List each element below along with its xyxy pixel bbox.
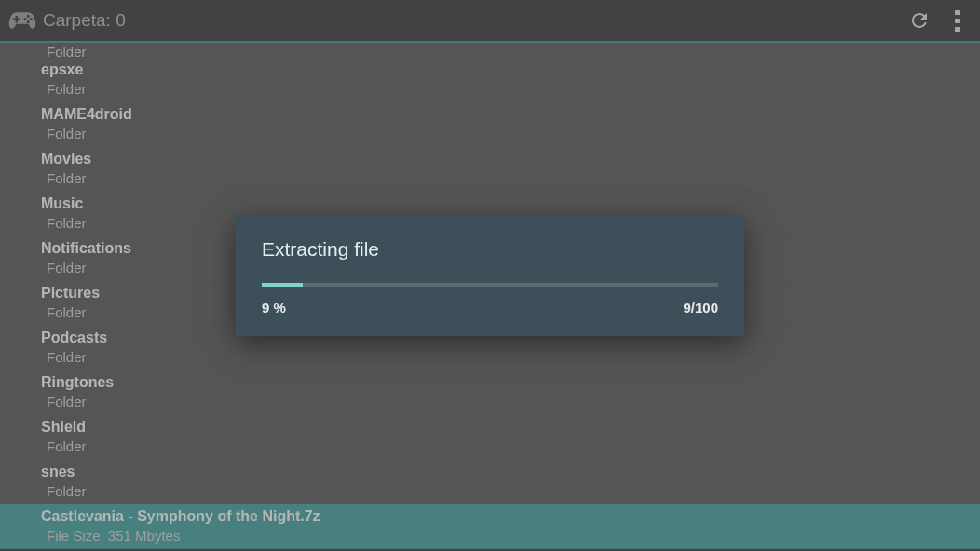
progress-dialog: Extracting file 9 % 9/100 — [236, 216, 744, 336]
progress-percent-label: 9 % — [262, 300, 286, 316]
progress-bar — [262, 283, 718, 287]
dialog-title: Extracting file — [262, 238, 718, 261]
progress-fill — [262, 283, 303, 287]
progress-count-label: 9/100 — [683, 300, 718, 316]
progress-text: 9 % 9/100 — [262, 300, 718, 316]
